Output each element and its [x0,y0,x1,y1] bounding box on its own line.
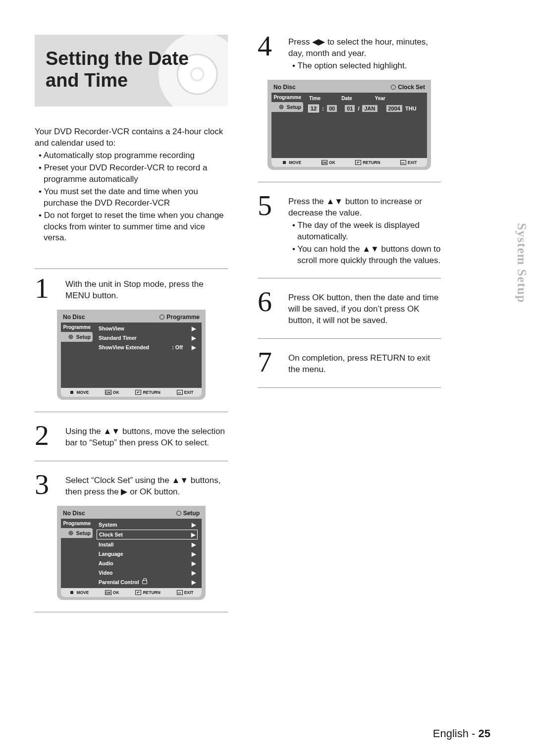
osd-sidebar-programme: Programme [61,323,93,332]
osd-sidebar-setup: Setup [271,102,303,112]
step-text: Select “Clock Set” using the ▲▼ buttons,… [65,473,228,498]
chevron-right-icon: ▶ [192,325,196,331]
title-block: Setting the Date and Time [35,35,228,107]
osd-footbar: MOVE OKOK ↶RETURN ▭EXIT [61,588,202,597]
return-icon: ↶ [135,390,141,395]
osd-sidebar-programme: Programme [61,519,93,528]
osd-footbar: MOVE OKOK ↶RETURN ▭EXIT [61,388,202,397]
page-title: Setting the Date and Time [46,48,217,91]
osd-menu-item: Parental Control▶ [97,578,198,587]
updown-icon: ▲▼ [171,476,188,485]
step-3: 3 Select “Clock Set” using the ▲▼ button… [35,473,228,498]
osd-status: No Disc [63,314,85,321]
step-1: 1 With the unit in Stop mode, press the … [35,277,228,302]
step-number: 1 [35,277,57,300]
divider [258,387,441,388]
step-text: On completion, press RETURN to exit the … [288,351,441,376]
intro-bullet: • Preset your DVD Recorder-VCR to record… [35,162,228,185]
step-number: 6 [258,290,280,313]
lock-icon [142,580,147,584]
osd-status: No Disc [63,510,85,517]
osd-menu-item: Audio▶ [97,559,198,568]
divider [35,412,228,412]
intro-lead: Your DVD Recorder-VCR contains a 24-hour… [35,126,228,149]
exit-icon: ▭ [177,590,183,595]
clock-dow: THU [405,106,417,111]
osd-menu-item: System▶ [97,520,198,529]
divider [35,461,228,461]
divider [35,269,228,269]
gear-icon [67,530,74,537]
move-icon [69,389,75,395]
left-column: Setting the Date and Time Your DVD Recor… [35,35,228,612]
osd-sidebar-setup: Setup [61,332,93,342]
step-number: 3 [35,473,57,496]
clock-hour: 12 [308,105,319,112]
divider [258,182,441,182]
step-text: Press OK button, then the date and time … [288,290,441,326]
updown-icon: ▲▼ [104,427,120,436]
osd-title: Programme [160,314,200,321]
gear-icon [278,104,285,110]
step-2: 2 Using the ▲▼ buttons, move the selecti… [35,424,228,449]
step-6: 6 Press OK button, then the date and tim… [258,290,441,326]
osd-menu-item: Install▶ [97,540,198,549]
page-number: English - 25 [433,727,490,740]
osd-menu-item: ShowView Extended: Off▶ [97,343,198,352]
step-text: With the unit in Stop mode, press the ME… [65,277,228,302]
osd-status: No Disc [273,84,296,91]
step-5: 5 Press the ▲▼ button to increase or dec… [258,194,441,267]
divider [35,612,228,612]
section-tab: System Setup [514,223,529,303]
updown-icon: ▲▼ [362,244,379,254]
exit-icon: ▭ [177,390,183,395]
step-number: 5 [258,194,280,217]
chevron-right-icon: ▶ [192,344,196,350]
osd-footbar: MOVE OKOK ↶RETURN ▭EXIT [271,158,427,167]
step-number: 2 [35,424,57,447]
divider [258,278,441,278]
clock-head-year: Year [375,96,385,101]
osd-menu-item: Standard Timer▶ [97,333,198,342]
intro-bullet: • Do not forget to reset the time when y… [35,210,228,244]
osd-menu-item: ShowView▶ [97,324,198,333]
clock-head-date: Date [341,96,352,101]
step-text: Press the ▲▼ button to increase or decre… [288,194,441,267]
return-icon: ↶ [135,590,141,595]
step-7: 7 On completion, press RETURN to exit th… [258,351,441,376]
step-text: Press ◀▶ to select the hour, minutes, da… [288,35,441,72]
divider [258,338,441,339]
intro-text: Your DVD Recorder-VCR contains a 24-hour… [35,126,228,244]
gear-icon [67,333,74,340]
move-icon [281,160,287,165]
ok-icon: OK [105,590,111,595]
osd-screen-programme: No Disc Programme Programme Setup ShowVi… [57,310,206,400]
intro-bullet: • You must set the date and time when yo… [35,186,228,209]
return-icon: ↶ [355,160,361,165]
chevron-right-icon: ▶ [192,335,196,341]
right-column: 4 Press ◀▶ to select the hour, minutes, … [258,35,451,612]
ok-icon: OK [105,390,111,395]
exit-icon: ▭ [400,160,406,165]
updown-icon: ▲▼ [326,197,343,206]
ok-icon: OK [321,160,328,165]
osd-sidebar-programme: Programme [271,93,303,102]
clock-month: JAN [362,105,377,112]
clock-year: 2004 [386,105,402,112]
step-number: 7 [258,351,280,374]
clock-head-time: Time [309,96,321,101]
osd-menu-item: Language▶ [97,549,198,558]
step-4: 4 Press ◀▶ to select the hour, minutes, … [258,35,441,72]
osd-title: Clock Set [391,84,425,91]
step-text: Using the ▲▼ buttons, move the selection… [65,424,228,449]
osd-sidebar-setup: Setup [61,528,93,538]
osd-menu-item-selected: Clock Set▶ [97,530,198,540]
move-icon [69,590,75,595]
osd-screen-setup: No Disc Setup Programme Setup System▶ Cl… [57,506,206,600]
clock-day: 01 [345,105,355,112]
osd-screen-clockset: No Disc Clock Set Programme Setup Time D… [268,80,431,170]
clock-minute: 00 [327,105,337,112]
osd-title: Setup [176,510,200,517]
osd-menu-item: Video▶ [97,568,198,577]
intro-bullet: • Automatically stop programme recording [35,150,228,162]
